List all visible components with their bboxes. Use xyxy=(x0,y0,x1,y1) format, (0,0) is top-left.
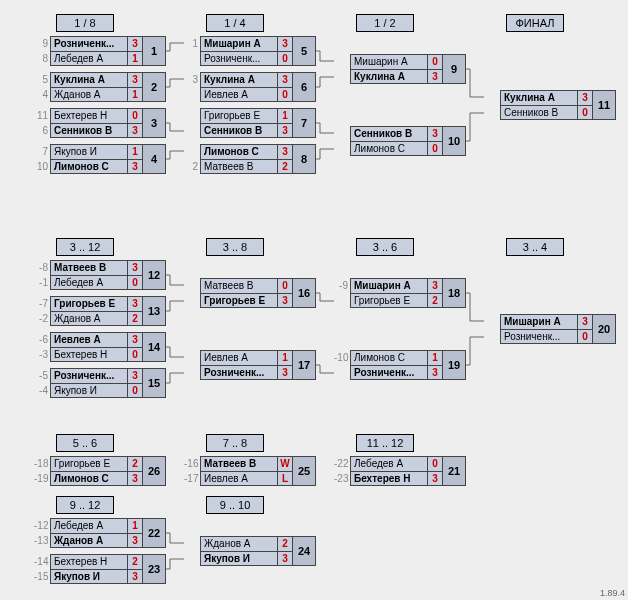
player-name: Якупов И xyxy=(200,551,277,566)
match-number: 22 xyxy=(143,518,166,548)
player-name: Иевлев А xyxy=(200,87,277,102)
seed: -17 xyxy=(184,471,200,486)
match-23: -14Бехтерев Н2-15Якупов И323 xyxy=(34,554,166,584)
seed: 3 xyxy=(184,72,200,87)
player-name: Сенников В xyxy=(350,126,427,141)
match-number: 12 xyxy=(143,260,166,290)
player-score: 3 xyxy=(127,533,143,548)
match-6: 3Куклина А3Иевлев А06 xyxy=(184,72,316,102)
player-name: Куклина А xyxy=(50,72,127,87)
match-21: -22Лебедев А0-23Бехтерев Н321 xyxy=(334,456,466,486)
player-score: 3 xyxy=(277,551,293,566)
player-name: Жданов А xyxy=(50,533,127,548)
seed xyxy=(334,365,350,380)
match-number: 23 xyxy=(143,554,166,584)
player-name: Иевлев А xyxy=(50,332,127,347)
round-header: 1 / 8 xyxy=(56,14,114,32)
player-score: 3 xyxy=(277,123,293,138)
match-number: 13 xyxy=(143,296,166,326)
round-header: 3 .. 8 xyxy=(206,238,264,256)
player-score: 1 xyxy=(127,51,143,66)
seed xyxy=(184,144,200,159)
seed: -23 xyxy=(334,471,350,486)
seed: -9 xyxy=(334,278,350,293)
player-name: Григорьев Е xyxy=(50,456,127,471)
round-header: 11 .. 12 xyxy=(356,434,414,452)
seed xyxy=(334,293,350,308)
player-score: 1 xyxy=(277,350,293,365)
player-score: 2 xyxy=(127,554,143,569)
seed: 4 xyxy=(34,87,50,102)
seed: -1 xyxy=(34,275,50,290)
player-name: Сенников В xyxy=(50,123,127,138)
player-score: 2 xyxy=(277,536,293,551)
seed: 5 xyxy=(34,72,50,87)
player-score: L xyxy=(277,471,293,486)
seed xyxy=(484,105,500,120)
player-name: Жданов А xyxy=(200,536,277,551)
player-name: Куклина А xyxy=(350,69,427,84)
player-score: 3 xyxy=(277,72,293,87)
player-name: Розниченк... xyxy=(200,365,277,380)
player-score: 3 xyxy=(127,159,143,174)
match-7: Григорьев Е1Сенников В37 xyxy=(184,108,316,138)
player-name: Григорьев Е xyxy=(200,108,277,123)
player-name: Матвеев В xyxy=(200,278,277,293)
seed: -19 xyxy=(34,471,50,486)
seed: 7 xyxy=(34,144,50,159)
player-score: 3 xyxy=(127,36,143,51)
player-name: Лебедев А xyxy=(50,51,127,66)
match-18: -9Мишарин А3Григорьев Е218 xyxy=(334,278,466,308)
player-score: 3 xyxy=(427,126,443,141)
player-name: Сенников В xyxy=(200,123,277,138)
player-name: Мишарин А xyxy=(200,36,277,51)
match-number: 14 xyxy=(143,332,166,362)
seed xyxy=(484,90,500,105)
player-score: 3 xyxy=(127,72,143,87)
player-name: Лебедев А xyxy=(50,275,127,290)
match-number: 11 xyxy=(593,90,616,120)
match-number: 15 xyxy=(143,368,166,398)
player-score: 0 xyxy=(127,108,143,123)
seed: 10 xyxy=(34,159,50,174)
match-number: 18 xyxy=(443,278,466,308)
seed: -6 xyxy=(34,332,50,347)
seed: 9 xyxy=(34,36,50,51)
player-name: Бехтерев Н xyxy=(50,554,127,569)
player-name: Мишарин А xyxy=(350,278,427,293)
round-header: 9 .. 10 xyxy=(206,496,264,514)
player-score: 3 xyxy=(127,123,143,138)
seed xyxy=(334,126,350,141)
seed xyxy=(484,329,500,344)
player-score: 3 xyxy=(427,365,443,380)
player-score: 3 xyxy=(127,569,143,584)
player-score: 3 xyxy=(577,314,593,329)
seed xyxy=(184,278,200,293)
match-3: 11Бехтерев Н06Сенников В33 xyxy=(34,108,166,138)
player-name: Бехтерев Н xyxy=(350,471,427,486)
player-name: Григорьев Е xyxy=(200,293,277,308)
player-name: Розниченк... xyxy=(500,329,577,344)
seed: -3 xyxy=(34,347,50,362)
seed: 8 xyxy=(34,51,50,66)
seed xyxy=(334,69,350,84)
player-name: Якупов И xyxy=(50,569,127,584)
seed xyxy=(184,51,200,66)
player-score: 0 xyxy=(127,347,143,362)
player-name: Розниченк... xyxy=(200,51,277,66)
player-score: 3 xyxy=(277,144,293,159)
player-name: Григорьев Е xyxy=(50,296,127,311)
match-12: -8Матвеев В3-1Лебедев А012 xyxy=(34,260,166,290)
match-26: -18Григорьев Е2-19Лимонов С326 xyxy=(34,456,166,486)
seed: -4 xyxy=(34,383,50,398)
seed xyxy=(184,350,200,365)
seed xyxy=(184,551,200,566)
round-header: 1 / 2 xyxy=(356,14,414,32)
seed xyxy=(184,536,200,551)
player-score: 0 xyxy=(577,105,593,120)
player-score: 3 xyxy=(127,296,143,311)
seed: 1 xyxy=(184,36,200,51)
round-header: 3 .. 6 xyxy=(356,238,414,256)
match-1: 9Розниченк...38Лебедев А11 xyxy=(34,36,166,66)
seed xyxy=(334,141,350,156)
